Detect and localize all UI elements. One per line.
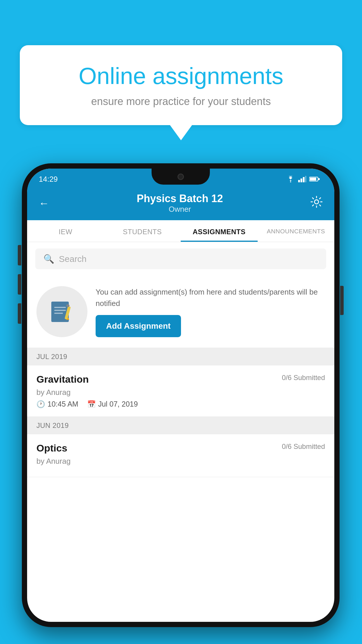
speech-bubble-title: Online assignments — [43, 63, 319, 90]
speech-bubble: Online assignments ensure more practice … — [20, 45, 342, 125]
wifi-icon — [286, 176, 295, 182]
add-assignment-button[interactable]: Add Assignment — [96, 315, 181, 337]
battery-icon — [309, 176, 320, 182]
assignment-item-optics[interactable]: Optics 0/6 Submitted by Anurag — [27, 434, 334, 477]
svg-rect-10 — [54, 307, 66, 308]
promo-content: You can add assignment(s) from here and … — [96, 286, 325, 337]
status-icons — [286, 176, 320, 182]
search-container: 🔍 Search — [27, 242, 334, 276]
status-time: 14:29 — [39, 175, 58, 184]
assignment-meta: 🕐 10:45 AM 📅 Jul 07, 2019 — [36, 400, 325, 408]
search-icon: 🔍 — [43, 254, 54, 264]
page-title: Physics Batch 12 — [137, 192, 223, 205]
tabs-row: IEW STUDENTS ASSIGNMENTS ANNOUNCEMENTS — [27, 220, 334, 242]
phone-notch — [152, 169, 210, 185]
tab-announcements[interactable]: ANNOUNCEMENTS — [258, 220, 335, 242]
speech-bubble-subtitle: ensure more practice for your students — [43, 95, 319, 108]
assignment-name-optics: Optics — [36, 442, 67, 454]
assignment-by-optics: by Anurag — [36, 457, 325, 466]
app-header: ← Physics Batch 12 Owner — [27, 187, 334, 220]
back-button[interactable]: ← — [39, 197, 49, 209]
search-bar[interactable]: 🔍 Search — [35, 249, 326, 269]
header-title-block: Physics Batch 12 Owner — [137, 192, 223, 214]
tab-iew[interactable]: IEW — [27, 220, 104, 242]
assignment-top: Gravitation 0/6 Submitted — [36, 374, 325, 385]
assignment-date: 📅 Jul 07, 2019 — [87, 400, 138, 408]
svg-rect-12 — [54, 313, 63, 314]
assignment-top-optics: Optics 0/6 Submitted — [36, 442, 325, 454]
tab-students[interactable]: STUDENTS — [104, 220, 181, 242]
settings-button[interactable] — [310, 196, 323, 211]
svg-rect-7 — [318, 178, 320, 180]
assignment-time: 🕐 10:45 AM — [36, 400, 78, 408]
assignment-name: Gravitation — [36, 374, 89, 385]
clock-icon: 🕐 — [36, 400, 45, 408]
svg-rect-6 — [310, 178, 316, 181]
signal-icon — [298, 176, 306, 182]
svg-point-0 — [290, 181, 291, 182]
notebook-icon — [49, 299, 75, 325]
speech-bubble-wrapper: Online assignments ensure more practice … — [20, 45, 342, 125]
promo-section: You can add assignment(s) from here and … — [27, 276, 334, 348]
svg-rect-3 — [303, 177, 305, 182]
month-header-jun: JUN 2019 — [27, 417, 334, 434]
svg-rect-1 — [298, 180, 300, 182]
promo-description: You can add assignment(s) from here and … — [96, 286, 325, 309]
svg-point-8 — [314, 200, 319, 204]
month-header-jul: JUL 2019 — [27, 348, 334, 365]
calendar-icon: 📅 — [87, 400, 96, 408]
phone-wrapper: 14:29 — [22, 163, 340, 627]
phone-screen: 14:29 — [27, 169, 334, 622]
tab-assignments[interactable]: ASSIGNMENTS — [181, 220, 258, 242]
phone-frame: 14:29 — [22, 163, 340, 627]
assignment-submitted: 0/6 Submitted — [282, 374, 325, 382]
assignment-item-gravitation[interactable]: Gravitation 0/6 Submitted by Anurag 🕐 10… — [27, 365, 334, 417]
assignment-by: by Anurag — [36, 388, 325, 397]
assignment-submitted-optics: 0/6 Submitted — [282, 442, 325, 451]
svg-rect-11 — [54, 310, 66, 311]
gear-icon — [310, 196, 323, 208]
svg-rect-4 — [305, 176, 306, 182]
page-subtitle: Owner — [137, 205, 223, 214]
svg-rect-2 — [301, 178, 302, 182]
camera-dot — [178, 174, 184, 180]
search-placeholder: Search — [59, 254, 87, 264]
promo-icon-circle — [36, 286, 87, 337]
